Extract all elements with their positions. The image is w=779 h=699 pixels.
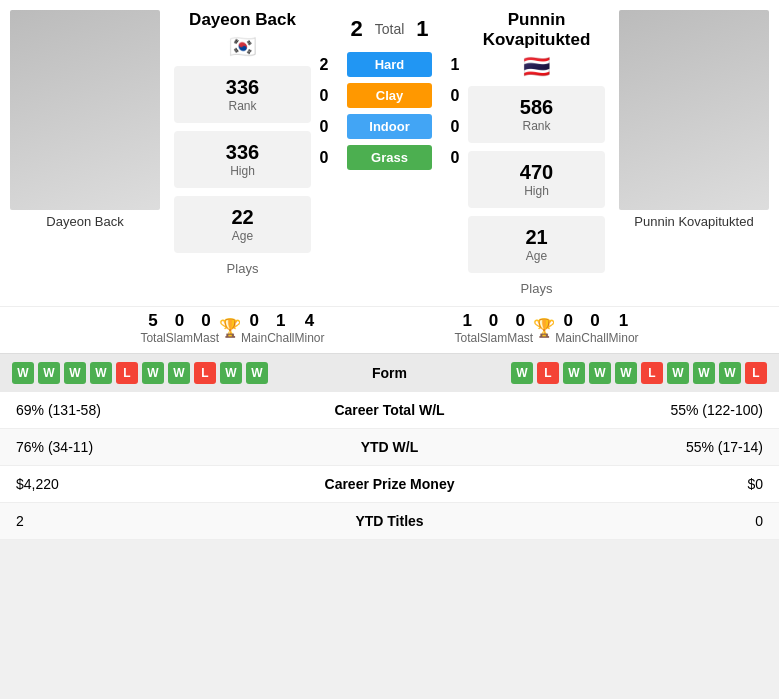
stat-left-val: 2 bbox=[0, 503, 257, 540]
right-slam-stat: 0 Slam bbox=[480, 311, 507, 345]
form-section: WWWWLWWLWW Form WLWWWLWWWL bbox=[0, 353, 779, 392]
form-badge: W bbox=[38, 362, 60, 384]
right-player-name-under-photo: Punnin Kovapitukted bbox=[634, 214, 753, 229]
form-badge: W bbox=[168, 362, 190, 384]
right-player-photo bbox=[619, 10, 769, 210]
left-bottom-stats: 5 Total 0 Slam 0 Mast 🏆 0 Main 1 Chall 4 bbox=[140, 311, 324, 345]
stats-row: 69% (131-58) Career Total W/L 55% (122-1… bbox=[0, 392, 779, 429]
left-rank-value: 336 bbox=[184, 76, 301, 99]
left-age-label: Age bbox=[184, 229, 301, 243]
indoor-row: 0 Indoor 0 bbox=[315, 114, 464, 139]
indoor-right-score: 0 bbox=[446, 118, 464, 136]
left-slam-stat: 0 Slam bbox=[166, 311, 193, 345]
surface-section: 2 Hard 1 0 Clay 0 0 Indoor 0 bbox=[315, 52, 464, 170]
form-badge: W bbox=[64, 362, 86, 384]
clay-button[interactable]: Clay bbox=[347, 83, 432, 108]
right-age-label: Age bbox=[478, 249, 595, 263]
right-rank-value: 586 bbox=[478, 96, 595, 119]
right-name-header: Punnin Kovapitukted bbox=[468, 10, 605, 50]
left-total-stat: 5 Total bbox=[140, 311, 165, 345]
left-player-photo bbox=[10, 10, 160, 210]
total-score-row: 2 Total 1 bbox=[350, 16, 428, 42]
left-form-badges: WWWWLWWLWW bbox=[12, 362, 330, 384]
left-age-value: 22 bbox=[184, 206, 301, 229]
right-high-label: High bbox=[478, 184, 595, 198]
total-label: Total bbox=[375, 21, 405, 37]
right-total-stat: 1 Total bbox=[455, 311, 480, 345]
right-age-value: 21 bbox=[478, 226, 595, 249]
stat-right-val: $0 bbox=[522, 466, 779, 503]
right-plays-label: Plays bbox=[468, 281, 605, 296]
left-main-stat: 0 Main bbox=[241, 311, 267, 345]
form-badge: W bbox=[615, 362, 637, 384]
stat-center-label: Career Total W/L bbox=[257, 392, 522, 429]
left-trophy-icon: 🏆 bbox=[219, 317, 241, 339]
left-high-value: 336 bbox=[184, 141, 301, 164]
right-trophy-icon: 🏆 bbox=[533, 317, 555, 339]
right-rank-label: Rank bbox=[478, 119, 595, 133]
clay-right-score: 0 bbox=[446, 87, 464, 105]
form-label: Form bbox=[330, 365, 450, 381]
indoor-button[interactable]: Indoor bbox=[347, 114, 432, 139]
main-container: Dayeon Back Dayeon Back 🇰🇷 336 Rank 336 … bbox=[0, 0, 779, 540]
hard-row: 2 Hard 1 bbox=[315, 52, 464, 77]
stat-right-val: 0 bbox=[522, 503, 779, 540]
form-badge: L bbox=[194, 362, 216, 384]
hard-button[interactable]: Hard bbox=[347, 52, 432, 77]
right-photo-area: Punnin Kovapitukted bbox=[609, 10, 779, 296]
right-mast-stat: 0 Mast bbox=[507, 311, 533, 345]
right-form-badges: WLWWWLWWWL bbox=[450, 362, 768, 384]
form-badge: L bbox=[745, 362, 767, 384]
left-plays-label: Plays bbox=[174, 261, 311, 276]
top-area: Dayeon Back Dayeon Back 🇰🇷 336 Rank 336 … bbox=[0, 0, 779, 306]
right-total-score: 1 bbox=[416, 16, 428, 42]
left-name-header: Dayeon Back bbox=[174, 10, 311, 30]
left-rank-box: 336 Rank bbox=[174, 66, 311, 123]
form-badge: W bbox=[589, 362, 611, 384]
form-badge: W bbox=[693, 362, 715, 384]
right-bottom-stats: 1 Total 0 Slam 0 Mast 🏆 0 Main 0 Chall 1 bbox=[455, 311, 639, 345]
grass-row: 0 Grass 0 bbox=[315, 145, 464, 170]
right-rank-box: 586 Rank bbox=[468, 86, 605, 143]
grass-left-score: 0 bbox=[315, 149, 333, 167]
stat-right-val: 55% (122-100) bbox=[522, 392, 779, 429]
right-main-stat: 0 Main bbox=[555, 311, 581, 345]
grass-right-score: 0 bbox=[446, 149, 464, 167]
left-stats-col: Dayeon Back 🇰🇷 336 Rank 336 High 22 Age … bbox=[170, 10, 315, 296]
stats-row: 76% (34-11) YTD W/L 55% (17-14) bbox=[0, 429, 779, 466]
grass-button[interactable]: Grass bbox=[347, 145, 432, 170]
stat-left-val: 76% (34-11) bbox=[0, 429, 257, 466]
hard-left-score: 2 bbox=[315, 56, 333, 74]
left-age-box: 22 Age bbox=[174, 196, 311, 253]
form-badge: W bbox=[511, 362, 533, 384]
right-age-box: 21 Age bbox=[468, 216, 605, 273]
form-badge: W bbox=[90, 362, 112, 384]
clay-row: 0 Clay 0 bbox=[315, 83, 464, 108]
right-flag: 🇹🇭 bbox=[523, 54, 550, 80]
form-badge: W bbox=[667, 362, 689, 384]
stat-right-val: 55% (17-14) bbox=[522, 429, 779, 466]
form-badge: W bbox=[12, 362, 34, 384]
form-badge: W bbox=[719, 362, 741, 384]
right-minor-stat: 1 Minor bbox=[609, 311, 639, 345]
left-mast-stat: 0 Mast bbox=[193, 311, 219, 345]
right-stats-col: Punnin Kovapitukted 🇹🇭 586 Rank 470 High… bbox=[464, 10, 609, 296]
right-chall-stat: 0 Chall bbox=[581, 311, 608, 345]
form-badge: W bbox=[220, 362, 242, 384]
left-flag: 🇰🇷 bbox=[229, 34, 256, 60]
form-badge: L bbox=[641, 362, 663, 384]
stats-table: 69% (131-58) Career Total W/L 55% (122-1… bbox=[0, 392, 779, 540]
left-total-score: 2 bbox=[350, 16, 362, 42]
stat-center-label: Career Prize Money bbox=[257, 466, 522, 503]
bottom-player-stats: 5 Total 0 Slam 0 Mast 🏆 0 Main 1 Chall 4 bbox=[0, 306, 779, 353]
left-high-box: 336 High bbox=[174, 131, 311, 188]
left-photo-area: Dayeon Back bbox=[0, 10, 170, 296]
right-high-value: 470 bbox=[478, 161, 595, 184]
left-player-name-under-photo: Dayeon Back bbox=[46, 214, 123, 229]
center-area: 2 Total 1 2 Hard 1 0 Clay 0 bbox=[315, 10, 464, 296]
stats-row: $4,220 Career Prize Money $0 bbox=[0, 466, 779, 503]
stat-center-label: YTD Titles bbox=[257, 503, 522, 540]
left-chall-stat: 1 Chall bbox=[267, 311, 294, 345]
stat-left-val: 69% (131-58) bbox=[0, 392, 257, 429]
left-rank-label: Rank bbox=[184, 99, 301, 113]
